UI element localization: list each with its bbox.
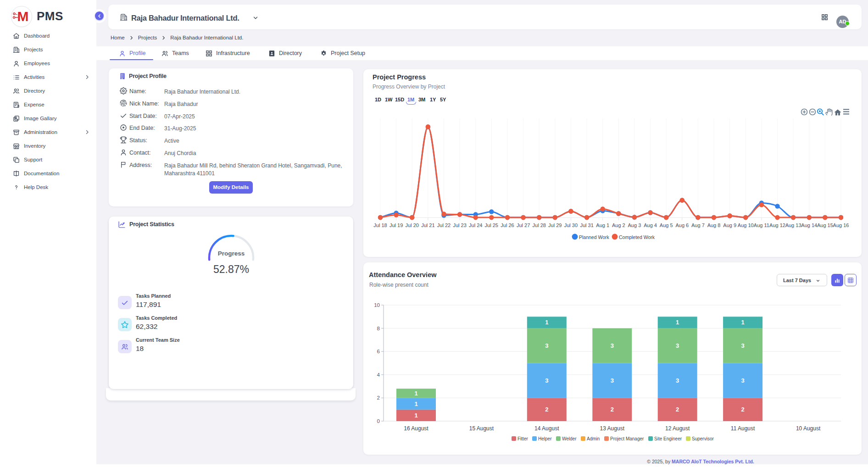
svg-text:Jul 25: Jul 25 [485, 222, 498, 228]
svg-text:Site Engineer: Site Engineer [654, 436, 682, 441]
svg-text:Project Manager: Project Manager [610, 436, 644, 441]
svg-text:Jul 18: Jul 18 [373, 222, 387, 228]
svg-text:Jul 31: Jul 31 [580, 222, 593, 228]
svg-text:Aug 6: Aug 6 [675, 222, 689, 228]
svg-text:10 August: 10 August [796, 425, 821, 432]
svg-text:Jul 20: Jul 20 [406, 222, 419, 228]
svg-text:2: 2 [611, 406, 614, 413]
svg-text:Aug 15: Aug 15 [817, 222, 833, 228]
svg-text:Aug 7: Aug 7 [691, 222, 705, 228]
svg-text:Admin: Admin [587, 436, 600, 441]
svg-text:Helper: Helper [538, 436, 552, 441]
svg-text:16 August: 16 August [404, 425, 428, 432]
svg-text:Jul 28: Jul 28 [533, 222, 546, 228]
svg-text:Aug 9: Aug 9 [723, 222, 736, 228]
svg-text:Aug 13: Aug 13 [785, 222, 801, 228]
svg-text:3: 3 [741, 377, 744, 384]
svg-text:0: 0 [377, 418, 380, 424]
svg-text:Jul 26: Jul 26 [501, 222, 514, 228]
svg-text:1: 1 [676, 319, 679, 326]
svg-text:Jul 21: Jul 21 [421, 222, 434, 228]
svg-text:1: 1 [545, 319, 548, 326]
svg-text:Aug 2: Aug 2 [612, 222, 625, 228]
svg-text:Aug 11: Aug 11 [754, 222, 769, 228]
svg-text:Aug 1: Aug 1 [596, 222, 609, 228]
svg-text:11 August: 11 August [731, 425, 755, 432]
svg-text:8: 8 [377, 326, 380, 331]
svg-text:3: 3 [676, 342, 679, 349]
svg-text:12 August: 12 August [665, 425, 690, 432]
svg-text:Jul 24: Jul 24 [469, 222, 482, 228]
svg-text:15 August: 15 August [469, 425, 494, 432]
svg-text:Aug 14: Aug 14 [801, 222, 817, 228]
svg-text:14 August: 14 August [534, 425, 559, 432]
svg-text:Jul 29: Jul 29 [548, 222, 562, 228]
svg-text:3: 3 [741, 342, 744, 349]
svg-text:Aug 4: Aug 4 [644, 222, 657, 228]
svg-text:Welder: Welder [562, 436, 577, 441]
svg-text:2: 2 [545, 406, 548, 413]
svg-text:3: 3 [676, 377, 679, 384]
svg-text:Planned Work: Planned Work [579, 234, 610, 240]
svg-text:Progress: Progress [218, 250, 245, 257]
svg-text:2: 2 [377, 395, 380, 400]
svg-text:3: 3 [545, 342, 548, 349]
svg-text:2: 2 [676, 406, 679, 413]
svg-text:3: 3 [611, 342, 614, 349]
svg-text:13 August: 13 August [600, 425, 625, 432]
svg-text:3: 3 [545, 377, 548, 384]
svg-text:Aug 3: Aug 3 [628, 222, 641, 228]
svg-text:6: 6 [377, 349, 380, 354]
svg-text:M: M [17, 9, 28, 24]
svg-text:Aug 8: Aug 8 [707, 222, 721, 228]
svg-text:1: 1 [741, 319, 744, 326]
svg-text:Aug 12: Aug 12 [769, 222, 785, 228]
svg-text:4: 4 [377, 372, 380, 378]
svg-text:Jul 22: Jul 22 [437, 222, 451, 228]
svg-text:Jul 19: Jul 19 [389, 222, 403, 228]
svg-text:Supervisor: Supervisor [692, 436, 714, 441]
svg-text:2: 2 [741, 406, 744, 413]
svg-text:1: 1 [414, 400, 417, 407]
svg-text:Fitter: Fitter [517, 436, 528, 441]
svg-text:Aug 5: Aug 5 [660, 222, 673, 228]
svg-text:1: 1 [414, 390, 417, 397]
svg-text:Aug 16: Aug 16 [833, 222, 849, 228]
svg-text:Jul 27: Jul 27 [517, 222, 530, 228]
svg-text:3: 3 [611, 377, 614, 384]
svg-text:Completed Work: Completed Work [619, 234, 655, 240]
svg-text:52.87%: 52.87% [213, 263, 249, 275]
svg-text:Jul 23: Jul 23 [453, 222, 466, 228]
svg-text:10: 10 [374, 302, 380, 308]
svg-text:1: 1 [414, 412, 417, 419]
svg-text:Aug 10: Aug 10 [738, 222, 754, 228]
svg-text:Jul 30: Jul 30 [564, 222, 578, 228]
